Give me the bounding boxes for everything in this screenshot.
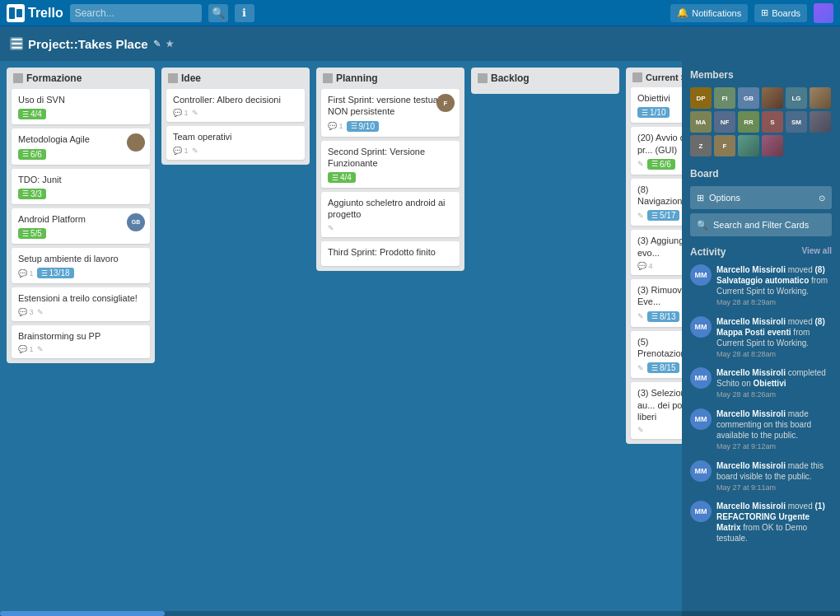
member-avatar-fi[interactable]: FI (714, 87, 735, 109)
member-avatar-mt2[interactable] (810, 111, 831, 133)
edit-icon[interactable]: ✎ (328, 224, 334, 232)
list-header-icon (478, 73, 488, 83)
member-avatar-16[interactable] (762, 135, 783, 156)
member-avatar-lg[interactable]: LG (786, 87, 807, 109)
board-main: Formazione Uso di SVN ☰4/4 Metodologia A… (0, 61, 840, 616)
list-header-planning: Planning (316, 68, 464, 89)
member-avatar-nf[interactable]: NF (714, 111, 735, 133)
card-title: (3) Rimuovi Eve... (637, 284, 682, 308)
notifications-button[interactable]: 🔔 Notifications (670, 4, 748, 22)
card-metodologia-agile[interactable]: Metodologia Agile ☰6/6 (12, 128, 150, 164)
member-avatar-dp[interactable]: DP (690, 87, 712, 109)
activity-section: Activity View all MM Marcello Missiroli … (690, 246, 832, 544)
card-title: Controller: Albero decisioni (173, 94, 298, 105)
member-avatar-gb[interactable]: GB (738, 87, 759, 109)
list-cards-formazione: Uso di SVN ☰4/4 Metodologia Agile ☰6/6 T… (7, 89, 155, 363)
card-navigazione[interactable]: (8) Navigazione ✎ ☰5/17 (631, 179, 682, 226)
activity-item-4: MM Marcello Missiroli made commenting on… (690, 408, 832, 452)
edit-icon[interactable]: ✎ (637, 160, 644, 168)
search-button[interactable]: 🔍 (208, 4, 228, 22)
options-button[interactable]: ⊞ Options ⊙ (690, 186, 832, 209)
comment-badge: 💬 1 (173, 147, 189, 155)
card-title: Team operativi (173, 131, 298, 142)
star-board-icon[interactable]: ★ (166, 39, 174, 49)
member-avatar-mt[interactable] (810, 87, 831, 109)
list-current-sprint: Current Spin Obiettivi ☰1/10 (20) Avvio … (626, 68, 682, 444)
edit-board-title-icon[interactable]: ✎ (153, 39, 161, 49)
bottom-scroll-thumb[interactable] (0, 611, 165, 616)
comment-badge: 💬 1 (173, 109, 189, 117)
info-button[interactable]: ℹ (235, 4, 254, 22)
edit-icon[interactable]: ✎ (637, 426, 644, 434)
list-cards-backlog (471, 89, 619, 94)
card-title: (3) Selezione au... dei posti liberi (637, 387, 682, 422)
activity-item-1: MM Marcello Missiroli moved (8) Salvatag… (690, 264, 832, 308)
card-android-platform[interactable]: GB Android Platform ☰5/5 (12, 208, 150, 244)
card-brainstorming[interactable]: Brainstorming su PP 💬 1 ✎ (12, 325, 150, 358)
card-meta: ✎ ☰6/6 (637, 159, 682, 170)
member-avatar-3[interactable] (762, 87, 783, 109)
card-rimuovi-eve[interactable]: (3) Rimuovi Eve... ✎ ☰8/13 (631, 279, 682, 327)
edit-icon[interactable]: ✎ (192, 109, 198, 117)
card-meta: ☰5/5 (18, 228, 143, 239)
edit-icon[interactable]: ✎ (637, 212, 644, 220)
search-input[interactable] (70, 4, 202, 22)
user-avatar[interactable] (814, 3, 833, 23)
card-meta: ✎ ☰8/15 (637, 362, 682, 373)
edit-icon[interactable]: ✎ (637, 364, 644, 372)
comment-badge: 💬 4 (637, 262, 653, 270)
card-third-sprint[interactable]: Third Sprint: Prodotto finito (321, 241, 460, 266)
member-avatar-15[interactable] (738, 135, 759, 156)
activity-time-1: May 28 at 8:29am (716, 298, 832, 308)
card-team-operativi[interactable]: Team operativi 💬 1 ✎ (166, 126, 305, 159)
activity-avatar-5: MM (690, 460, 712, 482)
member-avatar-s[interactable]: S (762, 111, 783, 133)
activity-time-4: May 27 at 9:12am (716, 442, 832, 452)
card-controller-albero[interactable]: Controller: Albero decisioni 💬 1 ✎ (166, 89, 305, 122)
view-all-link[interactable]: View all (801, 246, 832, 258)
checklist-badge: ☰5/17 (647, 210, 679, 221)
list-backlog: Backlog (471, 68, 619, 94)
checklist-badge: ☰4/4 (18, 109, 46, 119)
card-selezione-au[interactable]: (3) Selezione au... dei posti liberi ✎ (631, 382, 682, 439)
trello-logo[interactable]: Trello (7, 4, 63, 22)
card-title: Uso di SVN (18, 94, 143, 105)
activity-item-2: MM Marcello Missiroli moved (8) Mappa Po… (690, 316, 832, 360)
list-header-icon (323, 73, 333, 83)
member-avatar-z[interactable]: Z (690, 135, 712, 156)
card-setup-ambiente[interactable]: Setup ambiente di lavoro 💬 1 ☰13/18 (12, 248, 150, 283)
activity-title-text: Activity (690, 246, 726, 258)
card-title: Second Sprint: Versione Funzionante (328, 146, 453, 170)
member-avatar-f[interactable]: F (714, 135, 735, 156)
comment-badge: 💬 1 (18, 345, 34, 353)
edit-icon[interactable]: ✎ (192, 147, 198, 155)
filter-button[interactable]: 🔍 Search and Filter Cards (690, 213, 832, 236)
board-section-title: Board (690, 168, 832, 180)
member-avatar-sm[interactable]: SM (786, 111, 807, 133)
card-obiettivi[interactable]: Obiettivi ☰1/10 (631, 87, 682, 123)
board-icon: ☰ (10, 37, 23, 50)
card-meta: 💬 3 ✎ (18, 308, 143, 316)
card-estensioni[interactable]: Estensioni a treilo consigliate! 💬 3 ✎ (12, 287, 150, 320)
edit-icon[interactable]: ✎ (637, 312, 644, 320)
checklist-badge: ☰8/15 (647, 362, 679, 373)
trello-wordmark: Trello (28, 6, 63, 21)
card-aggiungi-evo[interactable]: (3) Aggiungi evo... 💬 4 (631, 230, 682, 275)
comment-badge: 💬 3 (18, 308, 34, 316)
member-avatar-ma[interactable]: MA (690, 111, 712, 133)
card-avvio-pr[interactable]: (20) Avvio del pr... (GUI) ✎ ☰6/6 (631, 127, 682, 175)
card-tdo-junit[interactable]: TDO: Junit ☰3/3 (12, 169, 150, 204)
member-avatar-rr[interactable]: RR (738, 111, 759, 133)
card-second-sprint[interactable]: Second Sprint: Versione Funzionante ☰4/4 (321, 141, 460, 189)
card-aggiunto-scheletro[interactable]: Aggiunto scheletro android ai progetto ✎ (321, 192, 460, 237)
activity-item-3: MM Marcello Missiroli completed Schito o… (690, 367, 832, 400)
boards-button[interactable]: ⊞ Boards (754, 4, 807, 22)
card-prenotazione[interactable]: (5) Prenotazione... ✎ ☰8/15 (631, 331, 682, 379)
edit-icon[interactable]: ✎ (37, 345, 44, 353)
card-uso-svn[interactable]: Uso di SVN ☰4/4 (12, 89, 150, 124)
edit-icon[interactable]: ✎ (37, 308, 44, 316)
card-first-sprint[interactable]: F First Sprint: versione testuale NON pe… (321, 89, 460, 137)
top-navigation: Trello 🔍 ℹ 🔔 Notifications ⊞ Boards (0, 0, 840, 26)
activity-text-1: Marcello Missiroli moved (8) Salvataggio… (716, 264, 832, 308)
board-section: Board ⊞ Options ⊙ 🔍 Search and Filter Ca… (690, 168, 832, 236)
